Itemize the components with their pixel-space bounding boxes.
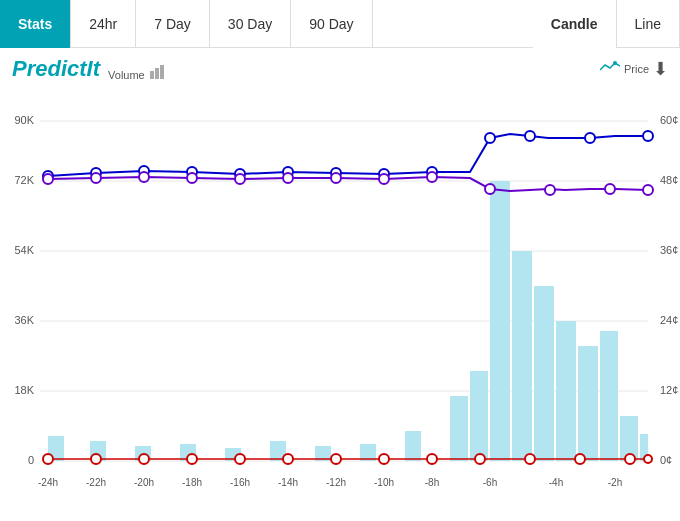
- vol-bar-spike4: [556, 321, 576, 461]
- nav-line-label: Line: [635, 16, 661, 32]
- chart-header: PredictIt Volume Price: [0, 48, 680, 86]
- red-dot-14: [644, 455, 652, 463]
- vol-bar-spike5: [578, 346, 598, 461]
- top-navigation: Stats 24hr 7 Day 30 Day 90 Day Candle Li…: [0, 0, 680, 48]
- purple-dot-1: [43, 174, 53, 184]
- price-area: Price ⬇: [600, 58, 668, 80]
- vol-bar-9: [405, 431, 421, 461]
- svg-rect-0: [150, 71, 154, 79]
- nav-stats-label: Stats: [18, 16, 52, 32]
- red-dot-13: [625, 454, 635, 464]
- price-line-icon: [600, 60, 620, 78]
- x-label-18h: -18h: [182, 477, 202, 488]
- svg-rect-2: [160, 65, 164, 79]
- nav-90day[interactable]: 90 Day: [291, 0, 372, 48]
- red-dot-8: [379, 454, 389, 464]
- y-right-36: 36¢: [660, 244, 678, 256]
- y-label-90k: 90K: [14, 114, 34, 126]
- blue-dot-11: [525, 131, 535, 141]
- red-dot-2: [91, 454, 101, 464]
- y-right-12: 12¢: [660, 384, 678, 396]
- x-label-6h: -6h: [483, 477, 497, 488]
- purple-dot-13: [643, 185, 653, 195]
- x-label-4h: -4h: [549, 477, 563, 488]
- nav-30day[interactable]: 30 Day: [210, 0, 291, 48]
- vol-bar-spike1: [490, 181, 510, 461]
- chart-container: PredictIt Volume Price: [0, 48, 680, 521]
- red-dot-12: [575, 454, 585, 464]
- purple-dot-6: [283, 173, 293, 183]
- blue-dot-10: [485, 133, 495, 143]
- purple-dot-12: [605, 184, 615, 194]
- predictit-logo: PredictIt: [12, 56, 100, 82]
- red-dot-10: [475, 454, 485, 464]
- nav-line[interactable]: Line: [617, 0, 680, 48]
- x-label-14h: -14h: [278, 477, 298, 488]
- y-right-60: 60¢: [660, 114, 678, 126]
- vol-bar-spike2: [512, 251, 532, 461]
- blue-dot-12: [585, 133, 595, 143]
- price-label: Price: [624, 63, 649, 75]
- nav-stats[interactable]: Stats: [0, 0, 71, 48]
- x-label-8h: -8h: [425, 477, 439, 488]
- nav-30day-label: 30 Day: [228, 16, 272, 32]
- x-label-10h: -10h: [374, 477, 394, 488]
- red-dot-4: [187, 454, 197, 464]
- download-button[interactable]: ⬇: [653, 58, 668, 80]
- purple-dot-3: [139, 172, 149, 182]
- vol-bar-spike3: [534, 286, 554, 461]
- vol-bar-11: [470, 371, 488, 461]
- red-dot-6: [283, 454, 293, 464]
- nav-candle[interactable]: Candle: [533, 0, 617, 48]
- vol-bar-10: [450, 396, 468, 461]
- red-dot-9: [427, 454, 437, 464]
- vol-bar-spike6: [600, 331, 618, 461]
- x-label-24h: -24h: [38, 477, 58, 488]
- chart-area: 90K 72K 54K 36K 18K 0 60¢ 48¢ 36¢ 24¢ 12…: [0, 86, 680, 506]
- y-label-0: 0: [28, 454, 34, 466]
- x-label-12h: -12h: [326, 477, 346, 488]
- y-right-48: 48¢: [660, 174, 678, 186]
- blue-dot-13: [643, 131, 653, 141]
- svg-point-3: [613, 61, 617, 65]
- y-right-0: 0¢: [660, 454, 672, 466]
- svg-rect-1: [155, 68, 159, 79]
- nav-24hr[interactable]: 24hr: [71, 0, 136, 48]
- red-dot-1: [43, 454, 53, 464]
- y-label-54k: 54K: [14, 244, 34, 256]
- purple-dot-8: [379, 174, 389, 184]
- purple-dot-7: [331, 173, 341, 183]
- purple-dot-2: [91, 173, 101, 183]
- purple-dot-10: [485, 184, 495, 194]
- nav-candle-label: Candle: [551, 16, 598, 32]
- logo-area: PredictIt Volume: [12, 56, 168, 82]
- y-label-18k: 18K: [14, 384, 34, 396]
- volume-label: Volume: [108, 65, 168, 81]
- x-label-22h: -22h: [86, 477, 106, 488]
- red-dot-3: [139, 454, 149, 464]
- nav-7day-label: 7 Day: [154, 16, 191, 32]
- purple-dot-9: [427, 172, 437, 182]
- main-chart-svg: 90K 72K 54K 36K 18K 0 60¢ 48¢ 36¢ 24¢ 12…: [0, 86, 680, 506]
- x-label-20h: -20h: [134, 477, 154, 488]
- red-dot-7: [331, 454, 341, 464]
- red-dot-11: [525, 454, 535, 464]
- y-right-24: 24¢: [660, 314, 678, 326]
- purple-dot-11: [545, 185, 555, 195]
- nav-24hr-label: 24hr: [89, 16, 117, 32]
- purple-dot-4: [187, 173, 197, 183]
- purple-dot-5: [235, 174, 245, 184]
- volume-bar-icon: [150, 65, 168, 81]
- x-label-16h: -16h: [230, 477, 250, 488]
- y-label-72k: 72K: [14, 174, 34, 186]
- y-label-36k: 36K: [14, 314, 34, 326]
- nav-90day-label: 90 Day: [309, 16, 353, 32]
- red-dot-5: [235, 454, 245, 464]
- nav-7day[interactable]: 7 Day: [136, 0, 210, 48]
- x-label-2h: -2h: [608, 477, 622, 488]
